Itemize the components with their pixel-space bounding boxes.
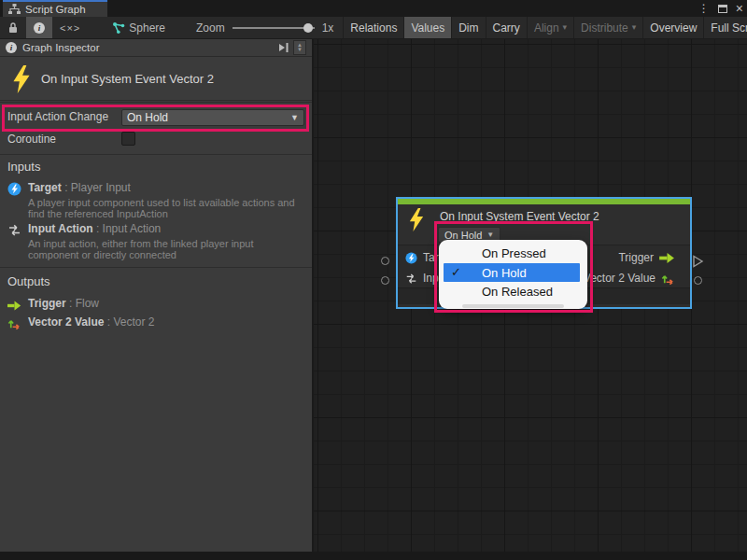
align-button[interactable]: Align ▾ <box>527 17 573 38</box>
port-connector-input-action[interactable] <box>381 276 389 285</box>
graph-icon <box>8 4 21 15</box>
input-action-change-value: On Hold <box>127 111 168 124</box>
menu-item-on-released[interactable]: On Released <box>439 282 587 301</box>
input-action-icon <box>7 223 21 237</box>
input-action-change-dropdown[interactable]: On Hold ▼ <box>121 109 304 126</box>
chevron-down-icon: ▾ <box>632 23 637 32</box>
inspected-node-title: On Input System Event Vector 2 <box>41 72 214 86</box>
close-icon[interactable]: × <box>736 2 743 15</box>
carry-button[interactable]: Carry <box>486 17 527 38</box>
port-connector-target[interactable] <box>381 257 389 265</box>
node-title: On Input System Event Vector 2 <box>440 210 599 223</box>
player-input-icon <box>7 182 21 196</box>
port-trigger[interactable]: Trigger <box>618 251 675 264</box>
window-menu-icon[interactable]: ⋮ <box>698 3 710 14</box>
tab-script-graph[interactable]: Script Graph <box>3 0 107 17</box>
lightning-bolt-icon <box>408 208 425 231</box>
scroll-spinner[interactable]: ▲▼ <box>293 40 306 55</box>
values-button[interactable]: Values <box>403 17 451 38</box>
inspector-header: i Graph Inspector ▲▼ <box>0 39 312 57</box>
menu-item-on-pressed[interactable]: On Pressed <box>439 244 587 263</box>
graph-target-button[interactable]: Sphere <box>99 17 172 38</box>
vector2-icon <box>7 316 21 330</box>
info-icon: i <box>34 22 45 34</box>
coroutine-checkbox[interactable] <box>121 132 135 146</box>
inspector-toggle-button[interactable]: i <box>26 17 52 38</box>
dropdown-menu: On Pressed ✓ On Hold On Released <box>439 240 587 309</box>
inspector-title: Graph Inspector <box>22 42 99 53</box>
input-action-change-label: Input Action Change <box>7 110 108 123</box>
port-connector-trigger[interactable] <box>692 255 704 268</box>
port-connector-vector2[interactable] <box>694 276 702 285</box>
full-screen-button[interactable]: Full Screen <box>703 17 747 38</box>
lock-button[interactable] <box>0 17 26 38</box>
coroutine-label: Coroutine <box>7 133 56 146</box>
checkmark-icon: ✓ <box>451 265 461 279</box>
window-titlebar: Script Graph ⋮ × <box>0 0 747 17</box>
info-icon: i <box>6 42 17 53</box>
graph-canvas[interactable]: On Input System Event Vector 2 On Hold ▼… <box>314 39 747 552</box>
target-name-label: Sphere <box>129 21 165 35</box>
port-vector2-value[interactable]: Vector 2 Value <box>584 272 675 286</box>
relations-button[interactable]: Relations <box>343 17 403 38</box>
dock-panel-icon[interactable] <box>278 42 289 53</box>
tab-title: Script Graph <box>25 4 86 15</box>
zoom-slider-handle[interactable] <box>303 23 313 33</box>
overview-button[interactable]: Overview <box>642 17 703 38</box>
input-action-icon <box>405 273 417 285</box>
zoom-label: Zoom <box>196 21 225 35</box>
code-preview-button[interactable]: <×> <box>52 17 88 38</box>
inputs-heading: Inputs <box>7 160 40 174</box>
zoom-slider[interactable] <box>233 21 315 35</box>
script-graph-asset-icon <box>112 21 125 35</box>
inspected-node-header: On Input System Event Vector 2 <box>0 58 312 101</box>
graph-inspector-panel: i Graph Inspector ▲▼ On Input System Eve… <box>0 39 313 552</box>
input-doc-target: Target : Player Input A player input com… <box>7 181 295 219</box>
output-doc-vector2: Vector 2 Value : Vector 2 <box>7 315 154 330</box>
graph-toolbar: i <×> Sphere Zoom 1x Relations Values Di… <box>0 17 747 39</box>
menu-item-on-hold[interactable]: ✓ On Hold <box>444 263 580 282</box>
chevron-down-icon: ▼ <box>486 231 494 239</box>
window-bottom-edge <box>0 552 747 560</box>
node-dropdown-value: On Hold <box>444 230 482 241</box>
distribute-button[interactable]: Distribute ▾ <box>573 17 642 38</box>
input-doc-input-action: Input Action : Input Action An input act… <box>7 222 254 260</box>
outputs-heading: Outputs <box>7 274 50 288</box>
lightning-bolt-icon <box>11 65 32 93</box>
code-icon: <×> <box>60 22 80 34</box>
maximize-icon[interactable] <box>718 5 727 13</box>
output-doc-trigger: Trigger : Flow <box>7 297 99 313</box>
flow-arrow-icon <box>7 299 21 313</box>
chevron-down-icon: ▼ <box>290 113 299 122</box>
zoom-value: 1x <box>322 21 334 35</box>
chevron-down-icon: ▾ <box>563 23 568 32</box>
lock-icon <box>7 21 19 34</box>
vector2-icon <box>661 272 675 286</box>
flow-arrow-icon <box>659 252 675 264</box>
dim-button[interactable]: Dim <box>451 17 485 38</box>
player-input-icon <box>405 252 417 264</box>
menu-scroll-hint <box>462 304 563 308</box>
